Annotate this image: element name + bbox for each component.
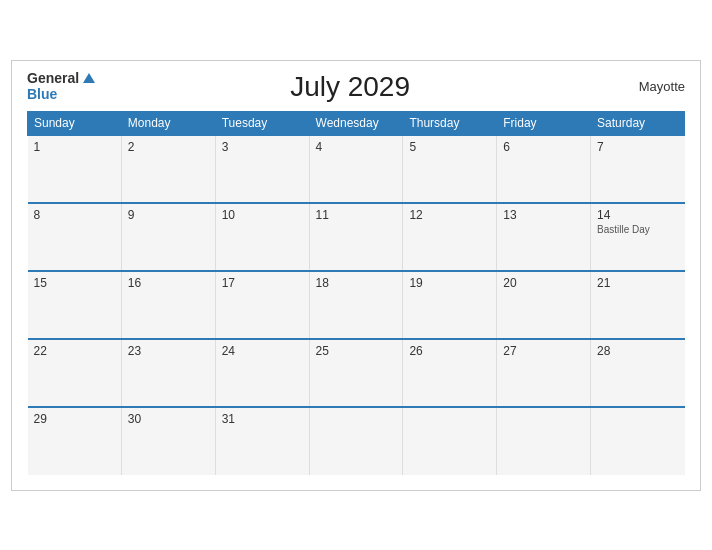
day-number: 24 <box>222 344 303 358</box>
week-row-4: 22232425262728 <box>28 339 685 407</box>
day-number: 7 <box>597 140 678 154</box>
calendar-cell: 21 <box>591 271 685 339</box>
holiday-label: Bastille Day <box>597 224 678 235</box>
day-number: 6 <box>503 140 584 154</box>
calendar-cell: 7 <box>591 135 685 203</box>
calendar-cell: 6 <box>497 135 591 203</box>
calendar-cell: 29 <box>28 407 122 475</box>
calendar-cell: 18 <box>309 271 403 339</box>
day-number: 23 <box>128 344 209 358</box>
calendar-cell: 27 <box>497 339 591 407</box>
weekday-header-wednesday: Wednesday <box>309 111 403 135</box>
weekday-header-row: SundayMondayTuesdayWednesdayThursdayFrid… <box>28 111 685 135</box>
calendar-title: July 2029 <box>95 71 605 103</box>
calendar-cell: 24 <box>215 339 309 407</box>
calendar-cell: 30 <box>121 407 215 475</box>
day-number: 30 <box>128 412 209 426</box>
calendar-cell: 3 <box>215 135 309 203</box>
calendar-cell: 10 <box>215 203 309 271</box>
day-number: 3 <box>222 140 303 154</box>
calendar-cell <box>497 407 591 475</box>
calendar-cell: 20 <box>497 271 591 339</box>
day-number: 10 <box>222 208 303 222</box>
day-number: 21 <box>597 276 678 290</box>
calendar-cell <box>591 407 685 475</box>
day-number: 16 <box>128 276 209 290</box>
calendar-cell: 19 <box>403 271 497 339</box>
day-number: 26 <box>409 344 490 358</box>
region-label: Mayotte <box>605 79 685 94</box>
calendar-table: SundayMondayTuesdayWednesdayThursdayFrid… <box>27 111 685 475</box>
weekday-header-friday: Friday <box>497 111 591 135</box>
calendar-cell: 11 <box>309 203 403 271</box>
calendar-cell: 4 <box>309 135 403 203</box>
week-row-2: 891011121314Bastille Day <box>28 203 685 271</box>
day-number: 12 <box>409 208 490 222</box>
calendar-cell: 16 <box>121 271 215 339</box>
calendar-cell <box>403 407 497 475</box>
day-number: 11 <box>316 208 397 222</box>
calendar-cell: 1 <box>28 135 122 203</box>
day-number: 29 <box>34 412 115 426</box>
day-number: 31 <box>222 412 303 426</box>
logo-blue-text: Blue <box>27 87 95 102</box>
day-number: 25 <box>316 344 397 358</box>
calendar-cell: 9 <box>121 203 215 271</box>
logo-triangle-icon <box>83 73 95 83</box>
calendar-cell: 26 <box>403 339 497 407</box>
day-number: 20 <box>503 276 584 290</box>
day-number: 22 <box>34 344 115 358</box>
calendar-cell: 15 <box>28 271 122 339</box>
weekday-header-thursday: Thursday <box>403 111 497 135</box>
weekday-header-sunday: Sunday <box>28 111 122 135</box>
weekday-header-tuesday: Tuesday <box>215 111 309 135</box>
logo-general-text: General <box>27 71 79 86</box>
calendar-cell <box>309 407 403 475</box>
day-number: 17 <box>222 276 303 290</box>
calendar-header: General Blue July 2029 Mayotte <box>27 71 685 103</box>
calendar-cell: 17 <box>215 271 309 339</box>
calendar-cell: 2 <box>121 135 215 203</box>
week-row-5: 293031 <box>28 407 685 475</box>
calendar-container: General Blue July 2029 Mayotte SundayMon… <box>11 60 701 491</box>
day-number: 14 <box>597 208 678 222</box>
logo: General Blue <box>27 71 95 102</box>
calendar-cell: 12 <box>403 203 497 271</box>
day-number: 1 <box>34 140 115 154</box>
day-number: 27 <box>503 344 584 358</box>
day-number: 2 <box>128 140 209 154</box>
day-number: 5 <box>409 140 490 154</box>
weekday-header-saturday: Saturday <box>591 111 685 135</box>
day-number: 28 <box>597 344 678 358</box>
day-number: 8 <box>34 208 115 222</box>
calendar-cell: 5 <box>403 135 497 203</box>
calendar-cell: 31 <box>215 407 309 475</box>
day-number: 13 <box>503 208 584 222</box>
day-number: 19 <box>409 276 490 290</box>
week-row-1: 1234567 <box>28 135 685 203</box>
calendar-cell: 23 <box>121 339 215 407</box>
day-number: 18 <box>316 276 397 290</box>
calendar-cell: 14Bastille Day <box>591 203 685 271</box>
calendar-cell: 8 <box>28 203 122 271</box>
calendar-cell: 13 <box>497 203 591 271</box>
calendar-cell: 22 <box>28 339 122 407</box>
calendar-cell: 28 <box>591 339 685 407</box>
weekday-header-monday: Monday <box>121 111 215 135</box>
day-number: 15 <box>34 276 115 290</box>
day-number: 4 <box>316 140 397 154</box>
calendar-cell: 25 <box>309 339 403 407</box>
week-row-3: 15161718192021 <box>28 271 685 339</box>
day-number: 9 <box>128 208 209 222</box>
